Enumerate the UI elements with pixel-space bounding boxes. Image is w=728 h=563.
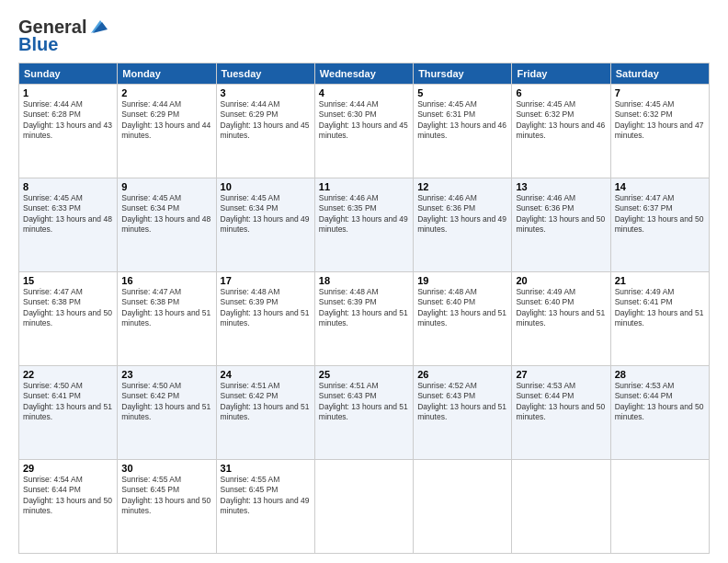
day-number: 9 <box>121 181 211 192</box>
day-cell: 21 Sunrise: 4:49 AM Sunset: 6:41 PM Dayl… <box>610 272 709 366</box>
day-cell <box>414 460 512 554</box>
logo-arrow-icon <box>87 18 108 35</box>
day-number: 28 <box>615 369 705 380</box>
day-number: 12 <box>417 181 507 192</box>
day-info: Sunrise: 4:46 AM Sunset: 6:36 PM Dayligh… <box>516 193 606 236</box>
day-cell <box>314 460 413 554</box>
day-number: 22 <box>23 369 113 380</box>
week-row-1: 1 Sunrise: 4:44 AM Sunset: 6:28 PM Dayli… <box>19 85 710 178</box>
day-cell: 15 Sunrise: 4:47 AM Sunset: 6:38 PM Dayl… <box>19 272 118 366</box>
day-number: 2 <box>121 87 211 98</box>
day-info: Sunrise: 4:55 AM Sunset: 6:45 PM Dayligh… <box>221 475 311 517</box>
day-cell: 9 Sunrise: 4:45 AM Sunset: 6:34 PM Dayli… <box>118 178 216 272</box>
day-cell: 19 Sunrise: 4:48 AM Sunset: 6:40 PM Dayl… <box>414 272 512 366</box>
day-info: Sunrise: 4:45 AM Sunset: 6:33 PM Dayligh… <box>23 193 113 236</box>
day-number: 6 <box>516 87 606 98</box>
day-cell: 1 Sunrise: 4:44 AM Sunset: 6:28 PM Dayli… <box>19 85 118 178</box>
day-cell: 24 Sunrise: 4:51 AM Sunset: 6:42 PM Dayl… <box>216 366 314 460</box>
week-row-2: 8 Sunrise: 4:45 AM Sunset: 6:33 PM Dayli… <box>19 178 710 272</box>
day-number: 30 <box>121 463 211 474</box>
day-info: Sunrise: 4:44 AM Sunset: 6:29 PM Dayligh… <box>221 99 311 142</box>
day-cell: 4 Sunrise: 4:44 AM Sunset: 6:30 PM Dayli… <box>314 85 413 178</box>
week-row-5: 29 Sunrise: 4:54 AM Sunset: 6:44 PM Dayl… <box>19 460 710 554</box>
day-info: Sunrise: 4:45 AM Sunset: 6:32 PM Dayligh… <box>615 99 705 142</box>
day-cell: 13 Sunrise: 4:46 AM Sunset: 6:36 PM Dayl… <box>512 178 610 272</box>
day-cell: 14 Sunrise: 4:47 AM Sunset: 6:37 PM Dayl… <box>610 178 709 272</box>
day-number: 1 <box>23 87 113 98</box>
day-number: 31 <box>221 463 311 474</box>
day-info: Sunrise: 4:47 AM Sunset: 6:37 PM Dayligh… <box>615 193 705 236</box>
day-cell: 18 Sunrise: 4:48 AM Sunset: 6:39 PM Dayl… <box>314 272 413 366</box>
day-number: 26 <box>417 369 507 380</box>
page: General Blue SundayMondayTuesdayWednesda… <box>0 0 728 563</box>
col-header-monday: Monday <box>118 63 216 85</box>
day-cell: 23 Sunrise: 4:50 AM Sunset: 6:42 PM Dayl… <box>118 366 216 460</box>
day-info: Sunrise: 4:48 AM Sunset: 6:39 PM Dayligh… <box>221 287 311 329</box>
day-cell: 27 Sunrise: 4:53 AM Sunset: 6:44 PM Dayl… <box>512 366 610 460</box>
day-info: Sunrise: 4:47 AM Sunset: 6:38 PM Dayligh… <box>23 287 113 329</box>
day-info: Sunrise: 4:48 AM Sunset: 6:39 PM Dayligh… <box>319 287 409 329</box>
day-info: Sunrise: 4:45 AM Sunset: 6:34 PM Dayligh… <box>121 193 211 236</box>
day-cell: 25 Sunrise: 4:51 AM Sunset: 6:43 PM Dayl… <box>314 366 413 460</box>
day-cell <box>512 460 610 554</box>
day-number: 23 <box>121 369 211 380</box>
calendar: SundayMondayTuesdayWednesdayThursdayFrid… <box>18 63 710 554</box>
day-info: Sunrise: 4:49 AM Sunset: 6:41 PM Dayligh… <box>615 287 705 329</box>
day-info: Sunrise: 4:44 AM Sunset: 6:28 PM Dayligh… <box>23 99 113 142</box>
day-info: Sunrise: 4:50 AM Sunset: 6:42 PM Dayligh… <box>121 381 211 423</box>
day-info: Sunrise: 4:50 AM Sunset: 6:41 PM Dayligh… <box>23 381 113 423</box>
day-number: 3 <box>221 87 311 98</box>
day-number: 29 <box>23 463 113 474</box>
day-info: Sunrise: 4:45 AM Sunset: 6:34 PM Dayligh… <box>221 193 311 236</box>
day-cell: 28 Sunrise: 4:53 AM Sunset: 6:44 PM Dayl… <box>610 366 709 460</box>
day-info: Sunrise: 4:51 AM Sunset: 6:43 PM Dayligh… <box>319 381 409 423</box>
day-number: 5 <box>417 87 507 98</box>
day-number: 4 <box>319 87 409 98</box>
day-number: 18 <box>319 275 409 286</box>
col-header-wednesday: Wednesday <box>314 63 413 85</box>
day-cell: 6 Sunrise: 4:45 AM Sunset: 6:32 PM Dayli… <box>512 85 610 178</box>
day-info: Sunrise: 4:44 AM Sunset: 6:29 PM Dayligh… <box>121 99 211 142</box>
day-info: Sunrise: 4:49 AM Sunset: 6:40 PM Dayligh… <box>516 287 606 329</box>
header: General Blue <box>18 17 710 55</box>
day-info: Sunrise: 4:51 AM Sunset: 6:42 PM Dayligh… <box>221 381 311 423</box>
day-number: 10 <box>221 181 311 192</box>
day-info: Sunrise: 4:53 AM Sunset: 6:44 PM Dayligh… <box>615 381 705 423</box>
day-cell: 30 Sunrise: 4:55 AM Sunset: 6:45 PM Dayl… <box>118 460 216 554</box>
day-number: 25 <box>319 369 409 380</box>
day-info: Sunrise: 4:52 AM Sunset: 6:43 PM Dayligh… <box>417 381 507 423</box>
day-cell: 22 Sunrise: 4:50 AM Sunset: 6:41 PM Dayl… <box>19 366 118 460</box>
day-cell: 29 Sunrise: 4:54 AM Sunset: 6:44 PM Dayl… <box>19 460 118 554</box>
day-info: Sunrise: 4:47 AM Sunset: 6:38 PM Dayligh… <box>121 287 211 329</box>
day-info: Sunrise: 4:48 AM Sunset: 6:40 PM Dayligh… <box>417 287 507 329</box>
day-cell: 17 Sunrise: 4:48 AM Sunset: 6:39 PM Dayl… <box>216 272 314 366</box>
day-cell: 3 Sunrise: 4:44 AM Sunset: 6:29 PM Dayli… <box>216 85 314 178</box>
day-number: 21 <box>615 275 705 286</box>
day-info: Sunrise: 4:46 AM Sunset: 6:35 PM Dayligh… <box>319 193 409 236</box>
logo-blue: Blue <box>18 34 58 55</box>
day-number: 20 <box>516 275 606 286</box>
day-number: 19 <box>417 275 507 286</box>
day-number: 27 <box>516 369 606 380</box>
col-header-thursday: Thursday <box>414 63 512 85</box>
day-info: Sunrise: 4:54 AM Sunset: 6:44 PM Dayligh… <box>23 475 113 517</box>
day-cell <box>610 460 709 554</box>
day-number: 24 <box>221 369 311 380</box>
day-cell: 10 Sunrise: 4:45 AM Sunset: 6:34 PM Dayl… <box>216 178 314 272</box>
day-info: Sunrise: 4:53 AM Sunset: 6:44 PM Dayligh… <box>516 381 606 423</box>
day-cell: 11 Sunrise: 4:46 AM Sunset: 6:35 PM Dayl… <box>314 178 413 272</box>
day-number: 7 <box>615 87 705 98</box>
day-number: 16 <box>121 275 211 286</box>
day-cell: 5 Sunrise: 4:45 AM Sunset: 6:31 PM Dayli… <box>414 85 512 178</box>
day-cell: 2 Sunrise: 4:44 AM Sunset: 6:29 PM Dayli… <box>118 85 216 178</box>
day-number: 11 <box>319 181 409 192</box>
day-cell: 12 Sunrise: 4:46 AM Sunset: 6:36 PM Dayl… <box>414 178 512 272</box>
day-info: Sunrise: 4:45 AM Sunset: 6:32 PM Dayligh… <box>516 99 606 142</box>
day-info: Sunrise: 4:55 AM Sunset: 6:45 PM Dayligh… <box>121 475 211 517</box>
week-row-3: 15 Sunrise: 4:47 AM Sunset: 6:38 PM Dayl… <box>19 272 710 366</box>
day-number: 8 <box>23 181 113 192</box>
day-info: Sunrise: 4:46 AM Sunset: 6:36 PM Dayligh… <box>417 193 507 236</box>
day-cell: 31 Sunrise: 4:55 AM Sunset: 6:45 PM Dayl… <box>216 460 314 554</box>
day-cell: 8 Sunrise: 4:45 AM Sunset: 6:33 PM Dayli… <box>19 178 118 272</box>
col-header-saturday: Saturday <box>610 63 709 85</box>
